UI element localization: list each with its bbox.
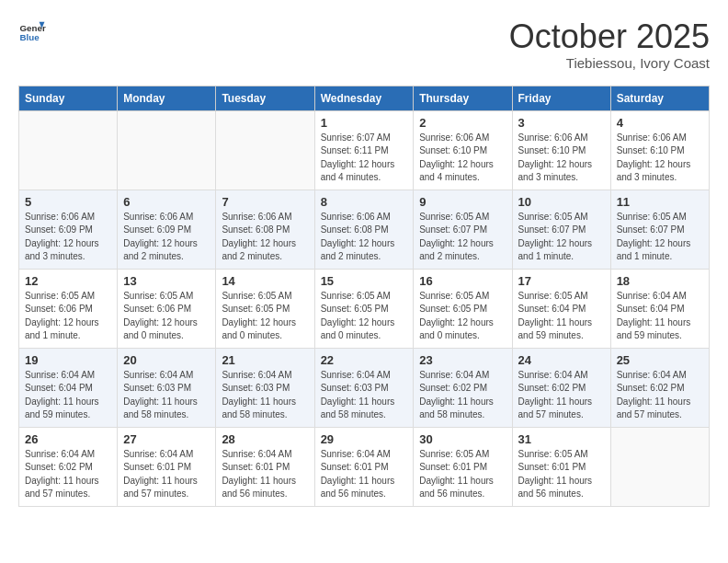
day-info: Sunrise: 6:06 AM Sunset: 6:10 PM Dayligh… xyxy=(617,132,703,185)
day-number: 19 xyxy=(25,353,111,367)
calendar-cell: 27Sunrise: 6:04 AM Sunset: 6:01 PM Dayli… xyxy=(118,427,216,506)
day-number: 28 xyxy=(222,432,308,446)
day-number: 21 xyxy=(222,353,308,367)
day-info: Sunrise: 6:04 AM Sunset: 6:01 PM Dayligh… xyxy=(123,448,210,501)
day-number: 4 xyxy=(617,116,703,130)
page-header: General Blue October 2025 Tiebiessou, Iv… xyxy=(18,18,710,71)
calendar-cell xyxy=(19,110,118,190)
calendar-cell xyxy=(610,427,709,506)
logo-icon: General Blue xyxy=(18,18,46,46)
day-info: Sunrise: 6:04 AM Sunset: 6:04 PM Dayligh… xyxy=(617,290,703,343)
logo: General Blue xyxy=(18,18,48,46)
day-number: 8 xyxy=(321,195,408,209)
calendar-cell: 10Sunrise: 6:05 AM Sunset: 6:07 PM Dayli… xyxy=(512,190,610,269)
day-info: Sunrise: 6:05 AM Sunset: 6:07 PM Dayligh… xyxy=(617,211,703,264)
day-number: 15 xyxy=(321,274,408,288)
day-number: 25 xyxy=(617,353,703,367)
calendar-cell: 14Sunrise: 6:05 AM Sunset: 6:05 PM Dayli… xyxy=(216,269,314,348)
calendar-cell: 18Sunrise: 6:04 AM Sunset: 6:04 PM Dayli… xyxy=(610,269,709,348)
calendar-cell: 6Sunrise: 6:06 AM Sunset: 6:09 PM Daylig… xyxy=(118,190,216,269)
day-number: 27 xyxy=(123,432,210,446)
col-header-thursday: Thursday xyxy=(414,86,512,110)
calendar-cell: 19Sunrise: 6:04 AM Sunset: 6:04 PM Dayli… xyxy=(19,348,118,427)
calendar-cell xyxy=(118,110,216,190)
calendar-cell: 7Sunrise: 6:06 AM Sunset: 6:08 PM Daylig… xyxy=(216,190,314,269)
col-header-monday: Monday xyxy=(118,86,216,110)
svg-text:Blue: Blue xyxy=(20,32,40,42)
col-header-wednesday: Wednesday xyxy=(314,86,414,110)
day-info: Sunrise: 6:04 AM Sunset: 6:02 PM Dayligh… xyxy=(518,369,605,422)
day-info: Sunrise: 6:06 AM Sunset: 6:08 PM Dayligh… xyxy=(321,211,408,264)
calendar-cell: 4Sunrise: 6:06 AM Sunset: 6:10 PM Daylig… xyxy=(610,110,709,190)
calendar-cell: 9Sunrise: 6:05 AM Sunset: 6:07 PM Daylig… xyxy=(414,190,512,269)
day-info: Sunrise: 6:05 AM Sunset: 6:04 PM Dayligh… xyxy=(518,290,605,343)
day-number: 11 xyxy=(617,195,703,209)
calendar-cell: 11Sunrise: 6:05 AM Sunset: 6:07 PM Dayli… xyxy=(610,190,709,269)
day-number: 9 xyxy=(419,195,506,209)
day-info: Sunrise: 6:06 AM Sunset: 6:09 PM Dayligh… xyxy=(25,211,111,264)
day-info: Sunrise: 6:05 AM Sunset: 6:01 PM Dayligh… xyxy=(419,448,506,501)
calendar-week-row: 1Sunrise: 6:07 AM Sunset: 6:11 PM Daylig… xyxy=(19,110,710,190)
day-info: Sunrise: 6:05 AM Sunset: 6:01 PM Dayligh… xyxy=(518,448,605,501)
month-title: October 2025 xyxy=(509,18,710,55)
day-number: 14 xyxy=(222,274,308,288)
day-info: Sunrise: 6:05 AM Sunset: 6:06 PM Dayligh… xyxy=(123,290,210,343)
calendar-cell: 15Sunrise: 6:05 AM Sunset: 6:05 PM Dayli… xyxy=(314,269,414,348)
calendar-cell: 5Sunrise: 6:06 AM Sunset: 6:09 PM Daylig… xyxy=(19,190,118,269)
day-number: 2 xyxy=(419,116,506,130)
calendar-cell: 12Sunrise: 6:05 AM Sunset: 6:06 PM Dayli… xyxy=(19,269,118,348)
calendar-cell: 24Sunrise: 6:04 AM Sunset: 6:02 PM Dayli… xyxy=(512,348,610,427)
calendar-week-row: 19Sunrise: 6:04 AM Sunset: 6:04 PM Dayli… xyxy=(19,348,710,427)
calendar-cell: 25Sunrise: 6:04 AM Sunset: 6:02 PM Dayli… xyxy=(610,348,709,427)
calendar-cell: 31Sunrise: 6:05 AM Sunset: 6:01 PM Dayli… xyxy=(512,427,610,506)
day-number: 16 xyxy=(419,274,506,288)
calendar-cell: 21Sunrise: 6:04 AM Sunset: 6:03 PM Dayli… xyxy=(216,348,314,427)
calendar-cell: 8Sunrise: 6:06 AM Sunset: 6:08 PM Daylig… xyxy=(314,190,414,269)
day-number: 31 xyxy=(518,432,605,446)
title-block: October 2025 Tiebiessou, Ivory Coast xyxy=(509,18,710,71)
day-info: Sunrise: 6:06 AM Sunset: 6:10 PM Dayligh… xyxy=(419,132,506,185)
day-info: Sunrise: 6:04 AM Sunset: 6:01 PM Dayligh… xyxy=(321,448,408,501)
calendar-week-row: 5Sunrise: 6:06 AM Sunset: 6:09 PM Daylig… xyxy=(19,190,710,269)
calendar-week-row: 26Sunrise: 6:04 AM Sunset: 6:02 PM Dayli… xyxy=(19,427,710,506)
calendar-week-row: 12Sunrise: 6:05 AM Sunset: 6:06 PM Dayli… xyxy=(19,269,710,348)
day-info: Sunrise: 6:05 AM Sunset: 6:05 PM Dayligh… xyxy=(222,290,308,343)
day-number: 30 xyxy=(419,432,506,446)
day-number: 18 xyxy=(617,274,703,288)
day-info: Sunrise: 6:04 AM Sunset: 6:02 PM Dayligh… xyxy=(617,369,703,422)
calendar-cell: 28Sunrise: 6:04 AM Sunset: 6:01 PM Dayli… xyxy=(216,427,314,506)
day-info: Sunrise: 6:04 AM Sunset: 6:04 PM Dayligh… xyxy=(25,369,111,422)
col-header-sunday: Sunday xyxy=(19,86,118,110)
day-info: Sunrise: 6:04 AM Sunset: 6:02 PM Dayligh… xyxy=(25,448,111,501)
calendar-cell: 17Sunrise: 6:05 AM Sunset: 6:04 PM Dayli… xyxy=(512,269,610,348)
day-info: Sunrise: 6:06 AM Sunset: 6:08 PM Dayligh… xyxy=(222,211,308,264)
day-info: Sunrise: 6:05 AM Sunset: 6:07 PM Dayligh… xyxy=(518,211,605,264)
day-info: Sunrise: 6:04 AM Sunset: 6:03 PM Dayligh… xyxy=(321,369,408,422)
col-header-friday: Friday xyxy=(512,86,610,110)
day-info: Sunrise: 6:05 AM Sunset: 6:05 PM Dayligh… xyxy=(321,290,408,343)
day-number: 20 xyxy=(123,353,210,367)
day-number: 5 xyxy=(25,195,111,209)
calendar-cell: 23Sunrise: 6:04 AM Sunset: 6:02 PM Dayli… xyxy=(414,348,512,427)
day-number: 22 xyxy=(321,353,408,367)
day-info: Sunrise: 6:06 AM Sunset: 6:10 PM Dayligh… xyxy=(518,132,605,185)
day-number: 12 xyxy=(25,274,111,288)
location-subtitle: Tiebiessou, Ivory Coast xyxy=(509,55,710,71)
calendar-cell: 22Sunrise: 6:04 AM Sunset: 6:03 PM Dayli… xyxy=(314,348,414,427)
day-info: Sunrise: 6:05 AM Sunset: 6:06 PM Dayligh… xyxy=(25,290,111,343)
day-number: 26 xyxy=(25,432,111,446)
calendar-cell: 16Sunrise: 6:05 AM Sunset: 6:05 PM Dayli… xyxy=(414,269,512,348)
col-header-saturday: Saturday xyxy=(610,86,709,110)
day-number: 13 xyxy=(123,274,210,288)
day-number: 29 xyxy=(321,432,408,446)
calendar-cell: 13Sunrise: 6:05 AM Sunset: 6:06 PM Dayli… xyxy=(118,269,216,348)
day-number: 6 xyxy=(123,195,210,209)
day-number: 7 xyxy=(222,195,308,209)
day-info: Sunrise: 6:06 AM Sunset: 6:09 PM Dayligh… xyxy=(123,211,210,264)
calendar-cell: 26Sunrise: 6:04 AM Sunset: 6:02 PM Dayli… xyxy=(19,427,118,506)
calendar-cell: 2Sunrise: 6:06 AM Sunset: 6:10 PM Daylig… xyxy=(414,110,512,190)
calendar-cell xyxy=(216,110,314,190)
day-number: 3 xyxy=(518,116,605,130)
calendar-cell: 30Sunrise: 6:05 AM Sunset: 6:01 PM Dayli… xyxy=(414,427,512,506)
day-number: 1 xyxy=(321,116,408,130)
